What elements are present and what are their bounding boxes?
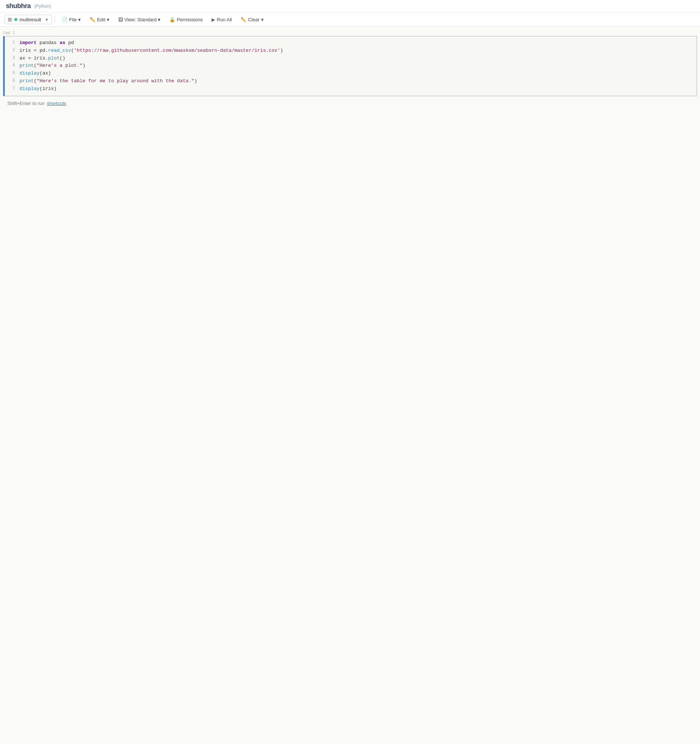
clear-icon: ✏️ [241,17,246,22]
cmd-label: Cmd 1 [0,30,700,36]
view-button[interactable]: 🖼 View: Standard ▾ [115,15,165,24]
permissions-button[interactable]: 🔒 Permissions [165,15,206,24]
kernel-status-dot [14,18,17,21]
code-cell[interactable]: 1 import pandas as pd 2 iris = pd.read_c… [3,36,697,96]
code-line-3: 3 ax = iris.plot() [9,55,692,62]
code-editor[interactable]: 1 import pandas as pd 2 iris = pd.read_c… [5,36,697,96]
code-line-2: 2 iris = pd.read_csv('https://raw.github… [9,47,692,55]
edit-icon: ✏️ [89,17,95,22]
notebook-area: Cmd 1 1 import pandas as pd 2 iris = pd.… [0,27,700,113]
app-lang: (Python) [34,4,51,9]
file-label: File [69,17,77,22]
shortcuts-hint: Shift+Enter to run shortcuts [0,96,700,110]
clear-dropdown-icon: ▾ [261,17,264,22]
kernel-name: multiresult [19,17,41,22]
clear-button[interactable]: ✏️ Clear ▾ [237,15,267,24]
code-line-5: 5 display(ax) [9,70,692,77]
shortcuts-link[interactable]: shortcuts [47,101,67,106]
permissions-label: Permissions [177,17,203,22]
kernel-selector[interactable]: ⊞ multiresult ▼ [4,15,52,24]
code-line-1: 1 import pandas as pd [9,39,692,47]
code-line-4: 4 print("Here's a plot.") [9,62,692,70]
run-all-icon: ▶ [211,17,215,22]
top-bar: shubhra (Python) [0,0,700,12]
clear-label: Clear [248,17,259,22]
view-dropdown-icon: ▾ [158,17,161,22]
toolbar: ⊞ multiresult ▼ 📄 File ▾ ✏️ Edit ▾ 🖼 Vie… [0,12,700,27]
run-all-button[interactable]: ▶ Run All [208,15,235,24]
run-hint-text: Shift+Enter to run [7,101,45,106]
file-dropdown-icon: ▾ [78,17,81,22]
run-all-label: Run All [217,17,232,22]
edit-label: Edit [97,17,105,22]
edit-button[interactable]: ✏️ Edit ▾ [86,15,113,24]
kernel-dropdown-icon: ▼ [45,18,49,22]
file-button[interactable]: 📄 File ▾ [58,15,85,24]
toolbar-separator-1 [55,16,55,23]
view-icon: 🖼 [118,17,123,22]
code-line-6: 6 print("Here's the table for me to play… [9,77,692,85]
permissions-icon: 🔒 [169,17,175,22]
kernel-grid-icon: ⊞ [8,16,12,22]
file-icon: 📄 [62,17,68,22]
code-line-7: 7 display(iris) [9,85,692,93]
app-title: shubhra [6,2,31,10]
edit-dropdown-icon: ▾ [107,17,109,22]
view-label: View: Standard [125,17,157,22]
